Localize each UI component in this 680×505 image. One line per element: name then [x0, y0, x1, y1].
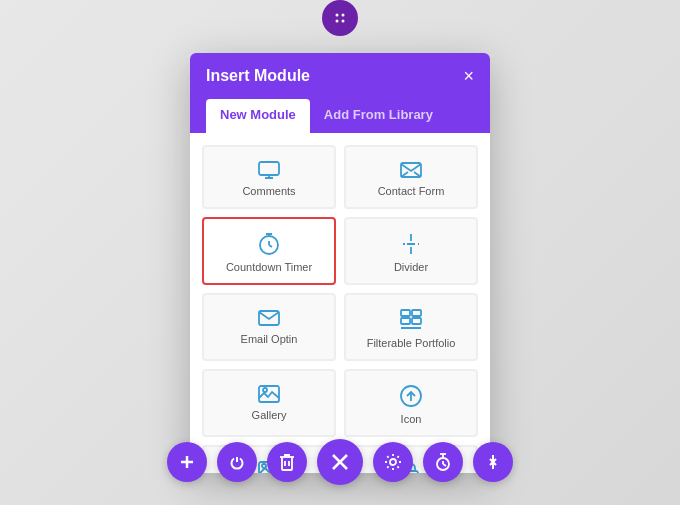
module-label-divider: Divider [394, 261, 428, 273]
modal-title: Insert Module [206, 67, 310, 85]
svg-rect-4 [259, 162, 279, 175]
svg-point-25 [263, 388, 267, 392]
svg-point-2 [336, 20, 339, 23]
tab-add-from-library[interactable]: Add From Library [310, 99, 447, 133]
timer-button[interactable] [423, 442, 463, 482]
svg-line-49 [443, 464, 446, 466]
svg-rect-20 [412, 310, 421, 316]
settings-button[interactable] [373, 442, 413, 482]
module-label-countdown-timer: Countdown Timer [226, 261, 312, 273]
svg-point-3 [342, 20, 345, 23]
svg-rect-22 [412, 318, 421, 324]
delete-button[interactable] [267, 442, 307, 482]
envelope-check-icon [258, 309, 280, 327]
module-label-email-optin: Email Optin [241, 333, 298, 345]
modal-header: Insert Module × [190, 53, 490, 99]
gallery-icon [258, 385, 280, 403]
add-button[interactable] [167, 442, 207, 482]
module-item-contact-form[interactable]: Contact Form [344, 145, 478, 209]
module-label-contact-form: Contact Form [378, 185, 445, 197]
module-item-comments[interactable]: Comments [202, 145, 336, 209]
circle-icon [400, 385, 422, 407]
modal-tabs: New Module Add From Library [190, 99, 490, 133]
svg-rect-21 [401, 318, 410, 324]
module-item-filterable-portfolio[interactable]: Filterable Portfolio [344, 293, 478, 361]
module-grid-wrapper[interactable]: Comments Contact Form [190, 133, 490, 473]
module-label-icon: Icon [401, 413, 422, 425]
module-item-gallery[interactable]: Gallery [202, 369, 336, 437]
module-item-divider[interactable]: Divider [344, 217, 478, 285]
svg-point-0 [336, 14, 339, 17]
svg-line-12 [269, 245, 272, 247]
grid-filter-icon [400, 309, 422, 331]
envelope-icon [400, 161, 422, 179]
tab-new-module[interactable]: New Module [206, 99, 310, 133]
svg-point-46 [390, 459, 396, 465]
svg-rect-19 [401, 310, 410, 316]
modal-close-button[interactable]: × [463, 67, 474, 85]
clock-icon [258, 233, 280, 255]
insert-module-modal: Insert Module × New Module Add From Libr… [190, 53, 490, 473]
module-label-gallery: Gallery [252, 409, 287, 421]
module-label-filterable-portfolio: Filterable Portfolio [367, 337, 456, 349]
power-button[interactable] [217, 442, 257, 482]
page-background: Insert Module × New Module Add From Libr… [0, 0, 680, 505]
divider-icon [400, 233, 422, 255]
module-grid: Comments Contact Form [202, 145, 478, 473]
module-item-email-optin[interactable]: Email Optin [202, 293, 336, 361]
module-item-countdown-timer[interactable]: Countdown Timer [202, 217, 336, 285]
module-label-comments: Comments [242, 185, 295, 197]
bottom-toolbar [167, 439, 513, 485]
monitor-icon [258, 161, 280, 179]
adjust-button[interactable] [473, 442, 513, 482]
svg-point-1 [342, 14, 345, 17]
drag-handle[interactable] [322, 0, 358, 36]
close-button[interactable] [317, 439, 363, 485]
module-item-icon[interactable]: Icon [344, 369, 478, 437]
